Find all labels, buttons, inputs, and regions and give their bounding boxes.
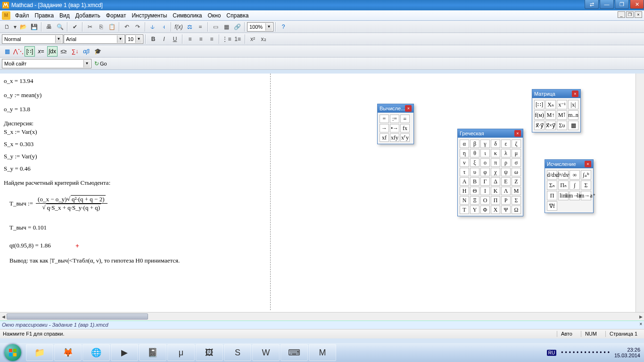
greek-cell[interactable]: Φ (480, 206, 490, 214)
tray-language[interactable]: RU (547, 350, 556, 356)
new-dropdown[interactable]: ▾ (13, 22, 17, 32)
greek-cell[interactable]: Η (460, 187, 469, 195)
insert-obj-button[interactable]: ▦ (221, 22, 231, 32)
greek-cell[interactable]: ξ (470, 158, 479, 167)
save-button[interactable]: 💾 (29, 22, 39, 32)
panel-matrix[interactable]: Матрица× [∷]Xₙx⁻¹|x|f(м)M↑M⊺m..nx⃗·y⃗x⃗×… (532, 89, 581, 132)
greek-cell[interactable]: β (470, 140, 479, 148)
eval-cell[interactable]: xfy (390, 133, 399, 142)
calc-cell[interactable]: ∇f (547, 201, 557, 211)
close-button[interactable]: ✕ (630, 0, 644, 9)
help-button[interactable]: ? (278, 22, 289, 32)
greek-cell[interactable]: φ (480, 168, 490, 176)
task-item-skype[interactable]: S (224, 344, 251, 361)
task-item-folder[interactable]: 📁 (26, 344, 53, 361)
tray-icon-bat[interactable]: • (608, 349, 610, 356)
greek-cell[interactable]: ζ (512, 140, 521, 148)
greek-cell[interactable]: α (460, 140, 469, 148)
greek-cell[interactable]: Γ (480, 177, 490, 186)
calc-cell[interactable]: lim→a⁺ (581, 191, 591, 200)
align-left-button[interactable]: ≡ (185, 34, 195, 44)
task-item-word[interactable]: W (252, 344, 280, 361)
matrix-cell[interactable]: M⊺ (557, 110, 567, 120)
greek-cell[interactable]: κ (491, 149, 500, 157)
greek-cell[interactable]: ο (480, 158, 490, 167)
eval-cell[interactable]: ≡ (400, 115, 410, 123)
menu-edit[interactable]: Правка (32, 11, 57, 20)
cut-button[interactable]: ✂ (85, 22, 95, 32)
menu-file[interactable]: Файл (12, 11, 32, 20)
panel-matrix-close-icon[interactable]: × (572, 90, 578, 97)
greek-cell[interactable]: ι (480, 149, 490, 157)
tray-icon-net[interactable]: • (600, 349, 602, 356)
maximize-button[interactable]: ❐ (615, 0, 629, 9)
greek-cell[interactable]: Τ (460, 206, 469, 214)
eval-cell[interactable]: xf (380, 133, 389, 142)
matrix-cell[interactable]: Xₙ (545, 100, 556, 109)
matrix-cell[interactable]: f(м) (534, 110, 545, 120)
task-item-chrome[interactable]: 🌐 (83, 344, 110, 361)
hscroll-thumb[interactable] (7, 313, 148, 320)
mdi-restore[interactable]: ❐ (626, 11, 634, 18)
symbolic-palette-icon[interactable]: 🎓 (92, 46, 103, 57)
greek-cell[interactable]: Λ (501, 187, 511, 195)
greek-cell[interactable]: Ζ (512, 177, 521, 186)
hyperlink-button[interactable]: 🔗 (232, 22, 242, 32)
hscroll-right-icon[interactable]: ▶ (637, 313, 644, 321)
greek-cell[interactable]: γ (480, 140, 490, 148)
font-combo[interactable]: Arial▼ (64, 34, 125, 44)
calc-cell[interactable]: Σ (581, 181, 591, 190)
superscript-button[interactable]: x² (248, 34, 258, 44)
greek-cell[interactable]: Θ (470, 187, 479, 195)
task-item-utorrent[interactable]: μ (167, 344, 195, 361)
panel-calculus[interactable]: Исчисление× d/dxdⁿ/dxⁿ∞∫ₐᵇΣₙΠₙ∫ΣΠlimlim→… (545, 159, 594, 213)
expr-tvych-result[interactable]: T_выч = 0.101 (9, 224, 640, 231)
expr-sx-result[interactable]: S_x = 0.303 (4, 140, 640, 148)
tray-icon-?[interactable]: • (561, 349, 563, 356)
start-button[interactable] (0, 343, 25, 362)
task-item-keyboard[interactable]: ⌨ (281, 344, 308, 361)
eval-cell[interactable]: •→ (390, 124, 399, 132)
unit-button[interactable]: ⚖ (184, 22, 195, 32)
matrix-cell[interactable]: M↑ (545, 110, 556, 120)
matrix-cell[interactable]: x⃗·y⃗ (534, 121, 545, 130)
panel-eval-close-icon[interactable]: × (405, 105, 412, 112)
matrix-cell[interactable]: [∷] (534, 100, 545, 109)
boolean-palette-icon[interactable]: ≤≥ (58, 46, 69, 57)
align2-button[interactable]: ⫞ (158, 22, 169, 32)
greek-cell[interactable]: Ι (480, 187, 490, 195)
tray-icon-flag[interactable]: • (565, 349, 567, 356)
menu-view[interactable]: Вид (57, 11, 73, 20)
hscroll-left-icon[interactable]: ◀ (0, 313, 7, 321)
expr-ox-result[interactable]: o_x = 13.94 (4, 77, 640, 85)
calc-cell[interactable]: ∞ (570, 170, 580, 180)
programming-palette-icon[interactable]: ∑↓ (70, 46, 80, 57)
matrix-cell[interactable]: m..n (568, 110, 578, 120)
undo-button[interactable]: ↶ (122, 22, 132, 32)
menu-insert[interactable]: Добавить (73, 11, 103, 20)
align-button[interactable]: ⫝ (148, 22, 158, 32)
task-item-wmp[interactable]: ▶ (111, 344, 138, 361)
copy-button[interactable]: ⎘ (96, 22, 106, 32)
mdi-minimize[interactable]: _ (618, 11, 625, 18)
greek-cell[interactable]: Κ (491, 187, 500, 195)
tray-icon-shield[interactable]: • (588, 349, 590, 356)
greek-cell[interactable]: Μ (512, 187, 521, 195)
matrix-cell[interactable]: x⃗×y⃗ (545, 121, 556, 130)
minimize-button[interactable]: — (600, 0, 614, 9)
eval-cell[interactable]: → (380, 124, 389, 132)
tray-icon-Ru[interactable]: • (585, 349, 586, 356)
greek-cell[interactable]: Ε (501, 177, 511, 186)
greek-cell[interactable]: σ (512, 158, 521, 167)
size-combo[interactable]: 10▼ (125, 34, 143, 44)
menu-window[interactable]: Окно (205, 11, 223, 20)
align-right-button[interactable]: ≡ (206, 34, 217, 44)
site-combo[interactable]: Мой сайт▼ (2, 59, 91, 68)
task-item-pic[interactable]: 🖼 (196, 344, 223, 361)
tray-icon-gear[interactable]: • (573, 349, 575, 356)
zoom-combo[interactable]: 100% ▼ (247, 22, 273, 32)
component-button[interactable]: ▭ (210, 22, 221, 32)
style-combo[interactable]: Normal▼ (2, 34, 63, 44)
greek-cell[interactable]: Σ (512, 196, 521, 205)
preview-button[interactable]: 🔍 (55, 22, 65, 32)
